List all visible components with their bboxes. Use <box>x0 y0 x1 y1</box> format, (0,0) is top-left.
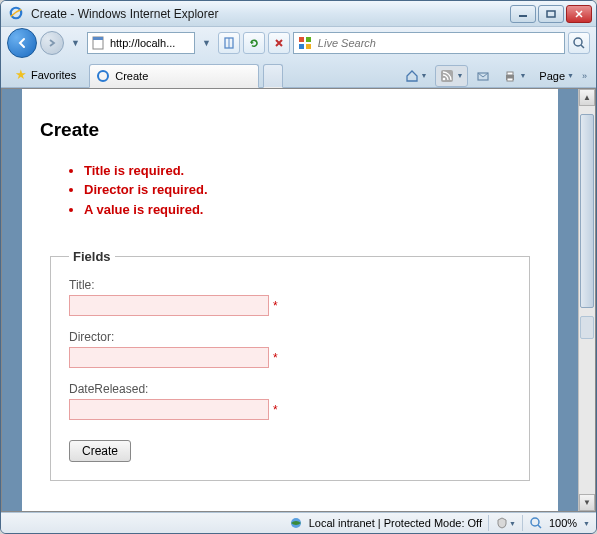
fieldset-legend: Fields <box>69 249 115 264</box>
tab-active[interactable]: Create <box>89 64 259 88</box>
compat-view-button[interactable] <box>218 32 240 54</box>
recent-pages-dropdown[interactable]: ▼ <box>67 38 84 48</box>
validation-error: Title is required. <box>84 161 540 181</box>
svg-rect-19 <box>507 78 513 81</box>
statusbar: Local intranet | Protected Mode: Off ▼ 1… <box>1 512 596 533</box>
svg-point-21 <box>531 518 539 526</box>
page-body: Create Title is required. Director is re… <box>22 89 558 512</box>
title-label: Title: <box>69 278 511 292</box>
page-margin-left <box>2 89 22 512</box>
maximize-button[interactable] <box>538 5 564 23</box>
zoom-level[interactable]: 100% <box>549 517 577 529</box>
home-button[interactable]: ▼ <box>400 65 433 87</box>
browser-window: Create - Windows Internet Explorer ▼ ▼ <box>0 0 597 534</box>
address-input[interactable] <box>108 36 191 50</box>
required-mark: * <box>273 403 278 417</box>
svg-rect-4 <box>93 37 103 40</box>
director-input[interactable] <box>69 347 269 368</box>
forward-button[interactable] <box>40 31 64 55</box>
page-heading: Create <box>40 119 540 141</box>
svg-rect-14 <box>441 70 453 82</box>
required-mark: * <box>273 299 278 313</box>
new-tab-button[interactable] <box>263 64 283 88</box>
svg-point-11 <box>574 38 582 46</box>
window-controls <box>510 5 592 23</box>
minimize-button[interactable] <box>510 5 536 23</box>
zoom-icon <box>529 516 543 530</box>
live-search-icon <box>298 36 312 50</box>
svg-rect-2 <box>547 11 555 17</box>
expand-chevron-icon[interactable]: » <box>582 71 587 81</box>
scroll-thumb[interactable] <box>580 114 594 308</box>
titlebar: Create - Windows Internet Explorer <box>1 1 596 27</box>
favorites-label: Favorites <box>31 69 76 81</box>
scroll-track[interactable] <box>579 106 595 495</box>
vertical-scrollbar[interactable]: ▲ ▼ <box>578 89 595 512</box>
svg-line-12 <box>581 45 584 48</box>
scroll-down-button[interactable]: ▼ <box>579 494 595 511</box>
page-viewport: Create Title is required. Director is re… <box>2 89 578 512</box>
zone-text: Local intranet | Protected Mode: Off <box>309 517 482 529</box>
stop-button[interactable] <box>268 32 290 54</box>
close-button[interactable] <box>566 5 592 23</box>
scroll-marker <box>580 316 594 339</box>
validation-summary: Title is required. Director is required.… <box>40 161 540 220</box>
back-button[interactable] <box>7 28 37 58</box>
svg-rect-1 <box>519 15 527 17</box>
validation-error: A value is required. <box>84 200 540 220</box>
page-margin-right <box>558 89 578 512</box>
window-title: Create - Windows Internet Explorer <box>29 7 510 21</box>
datereleased-input[interactable] <box>69 399 269 420</box>
page-icon <box>91 36 105 50</box>
address-bar[interactable] <box>87 32 195 54</box>
address-dropdown[interactable]: ▼ <box>198 38 215 48</box>
field-director: Director: * <box>69 330 511 368</box>
tab-label: Create <box>115 70 148 82</box>
ie-logo-icon <box>9 6 25 22</box>
svg-rect-10 <box>306 44 311 49</box>
favorites-button[interactable]: ★ Favorites <box>6 63 85 87</box>
star-icon: ★ <box>15 67 27 82</box>
refresh-button[interactable] <box>243 32 265 54</box>
search-input[interactable] <box>316 36 560 50</box>
command-bar: ▼ ▼ ▼ Page▼ » <box>287 65 591 87</box>
svg-rect-8 <box>306 37 311 42</box>
svg-point-13 <box>98 71 108 81</box>
datereleased-label: DateReleased: <box>69 382 511 396</box>
svg-line-22 <box>538 525 541 528</box>
scroll-up-button[interactable]: ▲ <box>579 89 595 106</box>
svg-rect-9 <box>299 44 304 49</box>
create-button[interactable]: Create <box>69 440 131 462</box>
svg-point-15 <box>443 77 446 80</box>
ie-page-icon <box>96 69 110 83</box>
page-menu-button[interactable]: Page▼ <box>534 65 579 87</box>
protected-mode-icon[interactable]: ▼ <box>495 516 516 530</box>
search-bar[interactable] <box>293 32 565 54</box>
zoom-dropdown[interactable]: ▼ <box>583 520 590 527</box>
director-label: Director: <box>69 330 511 344</box>
read-mail-button[interactable] <box>471 65 495 87</box>
navbar: ▼ ▼ <box>1 27 596 59</box>
field-datereleased: DateReleased: * <box>69 382 511 420</box>
svg-rect-7 <box>299 37 304 42</box>
content-area: Create Title is required. Director is re… <box>1 88 596 513</box>
feeds-button[interactable]: ▼ <box>435 65 468 87</box>
search-go-button[interactable] <box>568 32 590 54</box>
required-mark: * <box>273 351 278 365</box>
fields-fieldset: Fields Title: * Director: * <box>50 249 530 481</box>
tabbar: ★ Favorites Create ▼ ▼ ▼ Page▼ » <box>1 59 596 87</box>
title-input[interactable] <box>69 295 269 316</box>
svg-rect-18 <box>507 72 513 75</box>
print-button[interactable]: ▼ <box>498 65 531 87</box>
field-title: Title: * <box>69 278 511 316</box>
validation-error: Director is required. <box>84 180 540 200</box>
zone-icon <box>289 516 303 530</box>
